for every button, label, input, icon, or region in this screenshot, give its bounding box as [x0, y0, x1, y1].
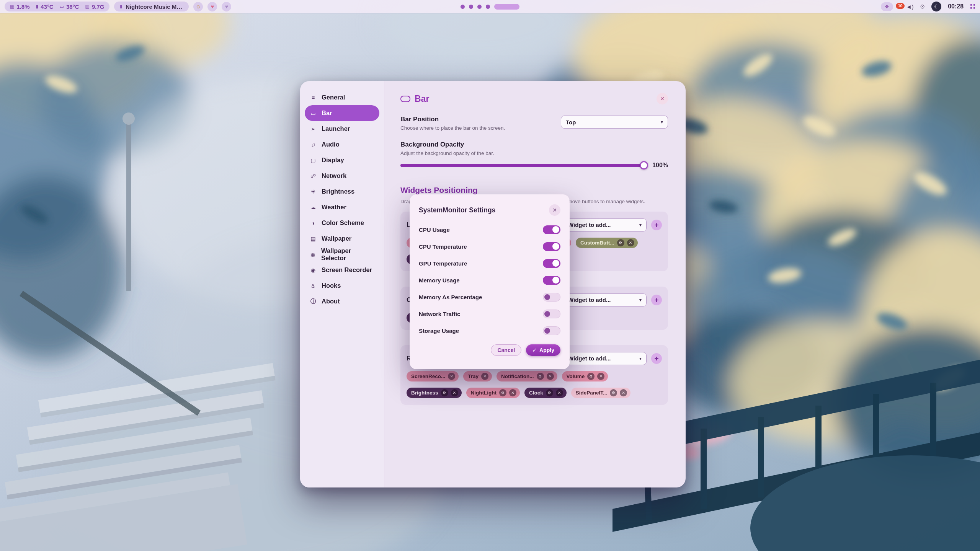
widget-chip-sidepanel[interactable]: SidePanelT... ⚙ ✕: [571, 388, 631, 398]
widget-chip-brightness[interactable]: Brightness ⚙ ✕: [407, 388, 462, 398]
favorites-button[interactable]: ♥: [207, 2, 217, 11]
sidebar-item-wallpaper[interactable]: ▤ Wallpaper: [305, 231, 379, 246]
sidebar-item-bar[interactable]: ▭ Bar: [305, 105, 379, 121]
topbar-left-cluster: ▦ 1.8% ▮ 43°C ▭ 38°C ▥ 9.7G ‖ Nightco: [5, 0, 231, 13]
gear-icon[interactable]: ⚙: [537, 373, 544, 380]
sidebar-item-audio[interactable]: ♫ Audio: [305, 137, 379, 152]
memory-as-percentage-toggle[interactable]: [543, 293, 560, 302]
right-add-widget-dropdown[interactable]: Widget to add... ▾: [563, 352, 647, 365]
screenshot-icon[interactable]: ⊙: [920, 3, 925, 10]
widget-chip-notification[interactable]: Notification... ⚙ ✕: [497, 371, 557, 381]
chevron-down-icon: ▾: [639, 297, 642, 303]
widget-chip-volume[interactable]: Volume ⚙ ✕: [562, 371, 608, 381]
wallpaper-selector-icon: ▦: [309, 251, 317, 258]
apps-grid-icon[interactable]: ∷: [970, 2, 975, 11]
widget-chip-custombutton[interactable]: CustomButt... ⚙ ✕: [576, 238, 638, 248]
close-icon[interactable]: ✕: [620, 389, 627, 396]
sidebar-item-general[interactable]: ≡ General: [305, 90, 379, 105]
sidebar-item-label: Color Scheme: [322, 219, 364, 227]
info-icon: ⓘ: [309, 298, 317, 305]
color-picker-button[interactable]: ❖: [881, 2, 893, 11]
window-close-button[interactable]: ✕: [657, 93, 668, 104]
network-icon: ☍: [309, 173, 317, 179]
media-player-widget[interactable]: ‖ Nightcore Music Mix 20...: [114, 2, 189, 11]
close-icon[interactable]: ✕: [597, 373, 604, 380]
sidebar-item-color-scheme[interactable]: ◑ Color Scheme: [305, 215, 379, 231]
media-title: Nightcore Music Mix 20...: [126, 3, 184, 10]
gear-icon[interactable]: ⚙: [610, 389, 617, 396]
gear-icon[interactable]: ⚙: [546, 389, 553, 396]
apply-button[interactable]: ✓ Apply: [526, 344, 560, 356]
left-add-widget-dropdown[interactable]: Widget to add... ▾: [563, 218, 647, 231]
system-stats-widget[interactable]: ▦ 1.8% ▮ 43°C ▭ 38°C ▥ 9.7G: [5, 2, 109, 11]
sidebar-item-hooks[interactable]: ⚓ Hooks: [305, 278, 379, 293]
widgets-positioning-title: Widgets Positioning: [400, 186, 668, 195]
gear-icon[interactable]: ⚙: [499, 389, 506, 396]
close-icon[interactable]: ✕: [481, 373, 488, 380]
close-icon[interactable]: ✕: [547, 373, 554, 380]
sidebar-item-about[interactable]: ⓘ About: [305, 293, 379, 309]
gpu-temperature-toggle[interactable]: [543, 259, 560, 268]
close-icon[interactable]: ✕: [556, 389, 563, 396]
night-light-button[interactable]: ☾: [931, 2, 941, 11]
toggle-row-cpu-temperature: CPU Temperature: [419, 238, 560, 255]
moon-icon: ☾: [934, 3, 939, 10]
close-icon[interactable]: ✕: [509, 389, 516, 396]
volume-icon[interactable]: ◄): [906, 3, 914, 10]
workspace-active-pill[interactable]: [494, 4, 519, 10]
emoji-picker-button[interactable]: ☺: [193, 2, 203, 11]
modal-header: SystemMonitor Settings ✕: [419, 204, 560, 216]
gear-icon[interactable]: ⚙: [617, 239, 624, 246]
close-icon[interactable]: ✕: [451, 389, 458, 396]
gear-icon[interactable]: ⚙: [587, 373, 595, 380]
sidebar-item-launcher[interactable]: ➢ Launcher: [305, 121, 379, 137]
background-opacity-description: Adjust the background opacity of the bar…: [400, 150, 668, 156]
widget-chip-screenrecorder[interactable]: ScreenReco... ✕: [407, 371, 459, 381]
center-add-widget-dropdown[interactable]: Widget to add... ▾: [563, 293, 647, 306]
close-icon[interactable]: ✕: [448, 373, 455, 380]
cancel-button[interactable]: Cancel: [491, 344, 521, 356]
widget-chip-nightlight[interactable]: NightLight ⚙ ✕: [466, 388, 520, 398]
sidebar-item-weather[interactable]: ☁ Weather: [305, 199, 379, 215]
chevron-down-icon: ▾: [639, 356, 642, 361]
sidebar-item-network[interactable]: ☍ Network: [305, 168, 379, 184]
sidebar-item-display[interactable]: ▢ Display: [305, 152, 379, 168]
sidebar-item-label: Display: [322, 156, 344, 164]
memory-usage-toggle[interactable]: [543, 276, 560, 285]
pause-icon[interactable]: ‖: [119, 4, 122, 10]
close-icon[interactable]: ✕: [627, 239, 634, 246]
right-chip-row-2: Brightness ⚙ ✕ NightLight ⚙ ✕ Clock ⚙ ✕: [407, 388, 662, 398]
likes-button[interactable]: ♥: [222, 2, 231, 11]
bar-position-dropdown[interactable]: Top ▾: [561, 116, 668, 129]
workspace-dot[interactable]: [461, 5, 465, 9]
modal-close-button[interactable]: ✕: [549, 204, 560, 216]
gear-icon[interactable]: ⚙: [441, 389, 448, 396]
sidebar-item-screen-recorder[interactable]: ◉ Screen Recorder: [305, 262, 379, 278]
clock[interactable]: 00:28: [948, 3, 964, 10]
workspace-dot[interactable]: [477, 5, 482, 9]
systemmonitor-settings-modal: SystemMonitor Settings ✕ CPU Usage CPU T…: [410, 194, 570, 369]
chip-label: ScreenReco...: [411, 373, 445, 379]
opacity-slider[interactable]: [400, 164, 645, 167]
sidebar-item-label: Bar: [322, 109, 332, 117]
widget-chip-tray[interactable]: Tray ✕: [463, 371, 492, 381]
bar-position-label: Bar Position: [400, 116, 505, 123]
opacity-slider-thumb[interactable]: [640, 161, 648, 170]
right-add-widget-button[interactable]: +: [651, 353, 662, 364]
network-traffic-toggle[interactable]: [543, 310, 560, 318]
chip-label: CustomButt...: [580, 240, 614, 246]
cpu-temperature-toggle[interactable]: [543, 242, 560, 251]
left-add-widget-button[interactable]: +: [651, 220, 662, 230]
workspace-dot[interactable]: [486, 5, 490, 9]
sidebar-item-wallpaper-selector[interactable]: ▦ Wallpaper Selector: [305, 246, 379, 262]
widget-chip-clock[interactable]: Clock ⚙ ✕: [524, 388, 567, 398]
cpu-usage-toggle[interactable]: [543, 225, 560, 234]
workspace-dot[interactable]: [469, 5, 473, 9]
cloud-icon: ☁: [309, 204, 317, 210]
bar-position-description: Choose where to place the bar on the scr…: [400, 125, 505, 131]
top-bar: ▦ 1.8% ▮ 43°C ▭ 38°C ▥ 9.7G ‖ Nightco: [0, 0, 980, 13]
sidebar-item-brightness[interactable]: ☀ Brightness: [305, 184, 379, 199]
chevron-down-icon: ▾: [639, 222, 642, 228]
center-add-widget-button[interactable]: +: [651, 295, 662, 305]
storage-usage-toggle[interactable]: [543, 326, 560, 335]
